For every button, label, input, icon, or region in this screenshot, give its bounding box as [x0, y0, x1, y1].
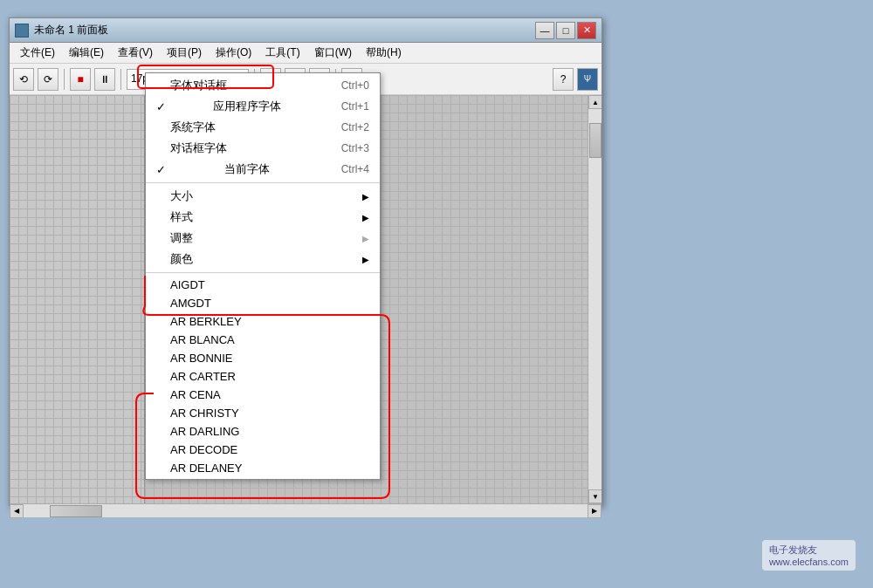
separator-2 — [146, 272, 380, 273]
menu-operate[interactable]: 操作(O) — [209, 44, 258, 62]
menu-size-label: 大小 — [170, 188, 193, 204]
menu-adjust-label: 调整 — [170, 230, 193, 246]
window-title: 未命名 1 前面板 — [34, 23, 535, 38]
left-panel — [10, 95, 145, 503]
scrollbar-up-arrow[interactable]: ▲ — [588, 95, 601, 109]
separator-1 — [146, 182, 380, 183]
menu-dialog-font[interactable]: 对话框字体 Ctrl+3 — [146, 138, 380, 159]
toolbar-btn-undo[interactable]: ⟲ — [13, 68, 34, 91]
menu-app-font-label: 应用程序字体 — [213, 99, 281, 114]
font-item-ar-cena[interactable]: AR CENA — [146, 386, 380, 404]
font-item-ar-decode[interactable]: AR DECODE — [146, 441, 380, 459]
toolbar-sep-1 — [64, 69, 65, 90]
menu-dialog-font-label: 对话框字体 — [170, 140, 227, 156]
toolbar-btn-pause[interactable]: ⏸ — [94, 68, 115, 91]
menu-dialog-font-shortcut: Ctrl+3 — [341, 142, 369, 154]
main-window: 未命名 1 前面板 — □ ✕ 文件(E) 编辑(E) 查看(V) 项目(P) … — [9, 17, 602, 506]
scrollbar-thumb[interactable] — [589, 123, 601, 158]
minimize-button[interactable]: — — [535, 22, 554, 39]
font-item-aigdt[interactable]: AIGDT — [146, 276, 380, 294]
menu-color[interactable]: 颜色 ▶ — [146, 249, 380, 270]
close-button[interactable]: ✕ — [577, 22, 596, 39]
menu-help[interactable]: 帮助(H) — [359, 44, 409, 62]
scrollbar-h-track — [24, 504, 588, 517]
menu-edit[interactable]: 编辑(E) — [62, 44, 111, 62]
menu-bar: 文件(E) 编辑(E) 查看(V) 项目(P) 操作(O) 工具(T) 窗口(W… — [10, 43, 601, 64]
menu-app-font[interactable]: 应用程序字体 Ctrl+1 — [146, 96, 380, 117]
menu-adjust-arrow: ▶ — [362, 234, 369, 243]
menu-tools[interactable]: 工具(T) — [258, 44, 306, 62]
scrollbar-down-arrow[interactable]: ▼ — [588, 489, 601, 503]
menu-font-dialog-label: 字体对话框... — [170, 78, 237, 93]
window-controls: — □ ✕ — [535, 22, 596, 39]
menu-project[interactable]: 项目(P) — [160, 44, 209, 62]
font-item-amgdt[interactable]: AMGDT — [146, 294, 380, 312]
menu-sys-font-shortcut: Ctrl+2 — [341, 121, 369, 133]
menu-style-label: 样式 — [170, 209, 193, 225]
menu-color-arrow: ▶ — [362, 255, 369, 264]
title-bar: 未命名 1 前面板 — □ ✕ — [10, 18, 601, 43]
toolbar-btn-help[interactable]: ? — [553, 68, 574, 91]
watermark-line2: www.elecfans.com — [769, 557, 849, 567]
scrollbar-right-arrow[interactable]: ▶ — [588, 504, 601, 518]
menu-file[interactable]: 文件(E) — [13, 44, 62, 62]
watermark: 电子发烧友 www.elecfans.com — [762, 540, 856, 571]
scrollbar-horizontal[interactable]: ◀ ▶ — [10, 503, 601, 517]
toolbar-btn-extra[interactable]: Ψ — [577, 68, 598, 91]
menu-size-arrow: ▶ — [362, 192, 369, 202]
font-item-ar-bonnie[interactable]: AR BONNIE — [146, 349, 380, 367]
menu-current-font-label: 当前字体 — [224, 161, 270, 177]
left-panel-grid — [10, 95, 144, 503]
toolbar-btn-stop[interactable]: ■ — [70, 68, 91, 91]
maximize-button[interactable]: □ — [556, 22, 575, 39]
toolbar-sep-2 — [120, 69, 121, 90]
scrollbar-vertical[interactable]: ▲ ▼ — [588, 95, 601, 503]
menu-sys-font-label: 系统字体 — [170, 120, 216, 135]
watermark-line1: 电子发烧友 — [769, 544, 849, 557]
app-icon — [15, 24, 29, 38]
menu-window[interactable]: 窗口(W) — [307, 44, 359, 62]
menu-app-font-shortcut: Ctrl+1 — [341, 100, 369, 113]
toolbar-btn-redo[interactable]: ⟳ — [38, 68, 58, 91]
menu-color-label: 颜色 — [170, 251, 193, 267]
menu-font-dialog[interactable]: 字体对话框... Ctrl+0 — [146, 75, 380, 96]
font-item-ar-delaney[interactable]: AR DELANEY — [146, 459, 380, 477]
menu-current-font-shortcut: Ctrl+4 — [341, 163, 369, 175]
menu-current-font[interactable]: 当前字体 Ctrl+4 — [146, 159, 380, 180]
scrollbar-left-arrow[interactable]: ◀ — [10, 504, 24, 518]
font-item-ar-christy[interactable]: AR CHRISTY — [146, 404, 380, 422]
menu-size[interactable]: 大小 ▶ — [146, 186, 380, 207]
menu-adjust[interactable]: 调整 ▶ — [146, 228, 380, 249]
font-dropdown-menu: 字体对话框... Ctrl+0 应用程序字体 Ctrl+1 系统字体 Ctrl+… — [145, 72, 381, 480]
scrollbar-h-thumb[interactable] — [50, 505, 102, 517]
menu-font-dialog-shortcut: Ctrl+0 — [341, 79, 369, 92]
font-item-ar-carter[interactable]: AR CARTER — [146, 367, 380, 386]
menu-style-arrow: ▶ — [362, 213, 369, 222]
font-item-ar-berkley[interactable]: AR BERKLEY — [146, 312, 380, 331]
menu-style[interactable]: 样式 ▶ — [146, 207, 380, 228]
menu-view[interactable]: 查看(V) — [111, 44, 160, 62]
menu-sys-font[interactable]: 系统字体 Ctrl+2 — [146, 117, 380, 138]
font-item-ar-blanca[interactable]: AR BLANCA — [146, 331, 380, 349]
font-item-ar-darling[interactable]: AR DARLING — [146, 422, 380, 441]
